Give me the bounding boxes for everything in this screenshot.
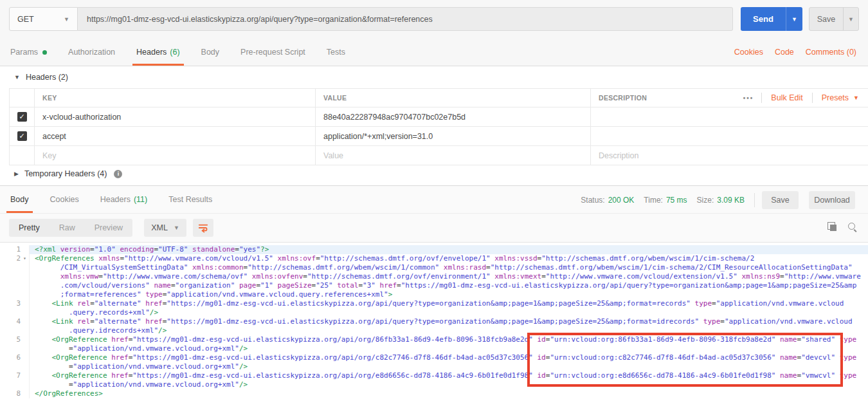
line-gutter bbox=[0, 344, 30, 353]
status-label: Status: bbox=[581, 196, 604, 205]
wrap-lines-toggle[interactable] bbox=[193, 219, 213, 237]
header-row: acceptapplication/*+xml;version=31.0 bbox=[10, 127, 868, 146]
chevron-right-icon: ▶ bbox=[14, 171, 19, 177]
checkbox[interactable] bbox=[17, 112, 27, 122]
code-text: /CIM_VirtualSystemSettingData" xmlns:com… bbox=[30, 263, 868, 272]
fold-spacer bbox=[21, 344, 29, 353]
tab-headers[interactable]: Headers(11) bbox=[100, 186, 148, 213]
send-button[interactable]: Send ▼ bbox=[741, 7, 802, 31]
value-input[interactable]: Value bbox=[316, 146, 591, 165]
url-input[interactable]: https://mg01-dmz-esg-vcd-ui.elasticskypi… bbox=[78, 7, 733, 31]
tab-cookies[interactable]: Cookies bbox=[50, 186, 79, 213]
checkbox[interactable] bbox=[17, 131, 27, 141]
cookies-link[interactable]: Cookies bbox=[734, 48, 763, 57]
code-text: ="application/vnd.vmware.vcloud.org+xml"… bbox=[30, 362, 868, 371]
size-value: 3.09 KB bbox=[717, 196, 745, 205]
code-line-row: ="application/vnd.vmware.vcloud.org+xml"… bbox=[0, 344, 868, 353]
fold-spacer bbox=[21, 245, 29, 254]
key-cell[interactable]: x-vcloud-authorization bbox=[35, 107, 316, 126]
fold-spacer bbox=[21, 389, 29, 398]
table-header-row: KEY VALUE DESCRIPTION ••• Bulk Edit Pres… bbox=[10, 89, 868, 107]
tab-label: Body bbox=[201, 48, 220, 57]
key-input[interactable]: Key bbox=[35, 146, 316, 165]
code-text: </OrgReferences> bbox=[30, 389, 868, 398]
tab-label: Headers bbox=[100, 195, 131, 204]
tab-count: (11) bbox=[134, 195, 147, 204]
save-response-button[interactable]: Save bbox=[762, 191, 799, 209]
line-number bbox=[0, 362, 21, 371]
code-line-row: 5 <OrgReference href="https://mg01-dmz-e… bbox=[0, 335, 868, 344]
code-line-row: 7 <OrgReference href="https://mg01-dmz-e… bbox=[0, 371, 868, 380]
fold-spacer bbox=[21, 281, 29, 290]
tab-label: Test Results bbox=[168, 195, 212, 204]
value-cell[interactable]: 88e40a22287948ac9704707bc02e7b5d bbox=[316, 107, 591, 126]
view-mode-preview[interactable]: Preview bbox=[85, 223, 132, 232]
request-links: CookiesCodeComments (0) bbox=[734, 39, 868, 66]
code-text: ="application/vnd.vmware.vcloud.org+xml"… bbox=[30, 344, 868, 353]
info-icon[interactable]: i bbox=[114, 170, 122, 178]
view-mode-pretty[interactable]: Pretty bbox=[9, 223, 50, 232]
column-description: DESCRIPTION bbox=[599, 94, 736, 102]
fold-spacer bbox=[21, 272, 29, 281]
response-body-viewer[interactable]: 1<?xml version="1.0" encoding="UTF-8" st… bbox=[0, 242, 868, 417]
line-gutter: 5 bbox=[0, 335, 30, 344]
format-select[interactable]: XML ▼ bbox=[144, 219, 186, 237]
view-mode-raw[interactable]: Raw bbox=[50, 223, 85, 232]
save-request-button[interactable]: Save ▼ bbox=[809, 7, 859, 31]
line-number: 4 bbox=[0, 317, 21, 326]
bulk-edit-button[interactable]: Bulk Edit bbox=[762, 93, 811, 102]
line-number bbox=[0, 326, 21, 335]
comments-0-link[interactable]: Comments (0) bbox=[806, 48, 856, 57]
save-label: Save bbox=[809, 8, 843, 30]
presets-button[interactable]: Presets ▼ bbox=[813, 93, 868, 102]
more-options-icon[interactable]: ••• bbox=[736, 95, 762, 102]
chevron-down-icon: ▼ bbox=[848, 16, 854, 23]
code-link[interactable]: Code bbox=[775, 48, 794, 57]
time-label: Time: bbox=[644, 196, 663, 205]
code-line-row: xmlns:vmw="http://www.vmware.com/schema/… bbox=[0, 272, 868, 281]
fold-spacer bbox=[21, 380, 29, 389]
code-text: ="application/vnd.vmware.vcloud.org+xml"… bbox=[30, 380, 868, 389]
tab-headers[interactable]: Headers(6) bbox=[136, 39, 180, 66]
method-select[interactable]: GET ▼ bbox=[9, 7, 78, 31]
send-options-button[interactable]: ▼ bbox=[786, 7, 802, 31]
line-gutter: 3 bbox=[0, 299, 30, 308]
tab-pre-request-script[interactable]: Pre-request Script bbox=[240, 39, 305, 66]
tab-label: Pre-request Script bbox=[240, 48, 305, 57]
tab-tests[interactable]: Tests bbox=[327, 39, 345, 66]
code-line-row: ="application/vnd.vmware.vcloud.org+xml"… bbox=[0, 380, 868, 389]
line-gutter bbox=[0, 380, 30, 389]
tab-body[interactable]: Body bbox=[201, 39, 220, 66]
key-cell[interactable]: accept bbox=[35, 127, 316, 145]
code-text: <OrgReference href="https://mg01-dmz-esg… bbox=[30, 371, 868, 380]
copy-icon[interactable] bbox=[827, 222, 837, 232]
code-line-row: /CIM_VirtualSystemSettingData" xmlns:com… bbox=[0, 263, 868, 272]
line-number: 5 bbox=[0, 335, 21, 344]
time-value: 75 ms bbox=[666, 196, 687, 205]
fold-caret-icon[interactable]: ▾ bbox=[21, 254, 29, 263]
description-cell[interactable] bbox=[591, 127, 868, 145]
chevron-down-icon: ▼ bbox=[791, 16, 797, 23]
headers-editor-section: ▼ Headers (2) KEY VALUE DESCRIPTION ••• … bbox=[0, 67, 868, 186]
code-line-row: 1<?xml version="1.0" encoding="UTF-8" st… bbox=[0, 245, 868, 254]
line-gutter: 6 bbox=[0, 353, 30, 362]
headers-section-toggle[interactable]: ▼ Headers (2) bbox=[14, 73, 68, 82]
line-number bbox=[0, 308, 21, 317]
code-lines: 1<?xml version="1.0" encoding="UTF-8" st… bbox=[0, 245, 868, 398]
tab-label: Authorization bbox=[68, 48, 115, 57]
temporary-headers-toggle[interactable]: ▶ Temporary Headers (4) i bbox=[14, 169, 122, 178]
description-cell[interactable] bbox=[591, 107, 868, 126]
tab-params[interactable]: Params bbox=[10, 39, 47, 66]
line-number bbox=[0, 290, 21, 299]
tab-authorization[interactable]: Authorization bbox=[68, 39, 115, 66]
save-options-button[interactable]: ▼ bbox=[843, 8, 858, 30]
search-icon[interactable] bbox=[847, 222, 858, 232]
download-button[interactable]: Download bbox=[809, 191, 855, 209]
description-input[interactable]: Description bbox=[591, 146, 868, 165]
line-gutter bbox=[0, 290, 30, 299]
fold-spacer bbox=[21, 371, 29, 380]
tab-body[interactable]: Body bbox=[10, 186, 29, 213]
value-cell[interactable]: application/*+xml;version=31.0 bbox=[316, 127, 591, 145]
tab-test-results[interactable]: Test Results bbox=[168, 186, 212, 213]
line-gutter bbox=[0, 362, 30, 371]
